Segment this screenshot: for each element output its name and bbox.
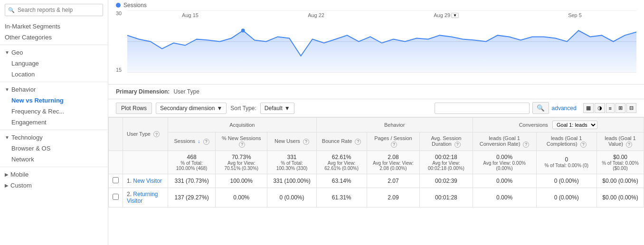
row2-user-type-link[interactable]: Returning Visitor <box>127 191 158 204</box>
row1-bounce-rate: 63.14% <box>316 174 367 188</box>
header-acquisition: Acquisition <box>168 118 317 132</box>
search-box[interactable]: 🔍 <box>5 4 103 16</box>
row1-user-type-link[interactable]: New Visitor <box>133 178 161 184</box>
totals-row: 468 % of Total: 100.00% (468) 70.73% Avg… <box>109 151 644 174</box>
leads-value-help-icon[interactable]: ? <box>626 141 632 148</box>
plot-rows-button[interactable]: Plot Rows <box>116 103 152 114</box>
header-bounce-rate[interactable]: Bounce Rate ? <box>316 132 367 151</box>
row2-pct-new-sessions: 0.00% <box>216 188 267 207</box>
view-icon-pivot[interactable]: ⊟ <box>626 103 636 113</box>
leads-completions-help-icon[interactable]: ? <box>580 141 587 148</box>
totals-sessions: 468 % of Total: 100.00% (468) <box>168 151 216 174</box>
row1-new-users: 331 (100.00%) <box>267 174 316 188</box>
header-new-users[interactable]: New Users ? <box>267 132 316 151</box>
sort-type-value: Default <box>265 105 283 112</box>
header-leads-conversion[interactable]: leads (Goal 1 Conversion Rate) ? <box>473 132 536 151</box>
sidebar-item-network[interactable]: Network <box>0 154 108 165</box>
sidebar-group-technology[interactable]: ▼ Technology <box>0 132 108 143</box>
mobile-arrow-icon: ▶ <box>5 172 9 177</box>
sort-type-arrow-icon: ▼ <box>284 105 290 112</box>
bounce-rate-help-icon[interactable]: ? <box>355 139 361 145</box>
row1-sessions: 331 (70.73%) <box>168 174 216 188</box>
secondary-dimension-dropdown[interactable]: Secondary dimension ▼ <box>156 103 227 114</box>
sidebar-group-custom[interactable]: ▶ Custom <box>0 180 108 191</box>
header-avg-session[interactable]: Avg. Session Duration ? <box>420 132 473 151</box>
sidebar-item-other-categories[interactable]: Other Categories <box>0 32 108 43</box>
header-behavior: Behavior <box>316 118 473 132</box>
sidebar-group-mobile[interactable]: ▶ Mobile <box>0 169 108 180</box>
advanced-link[interactable]: advanced <box>552 105 577 112</box>
leads-conversion-help-icon[interactable]: ? <box>523 141 529 148</box>
secondary-dimension-label: Secondary dimension <box>160 105 215 112</box>
totals-leads-conversion-sub: Avg for View: 0.00% (0.00%) <box>477 160 532 171</box>
sidebar-group-behavior[interactable]: ▼ Behavior <box>0 84 108 95</box>
user-type-help-icon[interactable]: ? <box>153 131 160 137</box>
sidebar-item-frequency-rec[interactable]: Frequency & Rec... <box>0 106 108 117</box>
search-input[interactable] <box>5 4 103 16</box>
totals-pages-session-value: 2.08 <box>371 154 416 160</box>
totals-leads-completions-sub: % of Total: 0.00% (0) <box>540 163 593 168</box>
sidebar-item-engagement[interactable]: Engagement <box>0 117 108 128</box>
row1-user-type: 1. New Visitor <box>123 174 168 188</box>
totals-pct-new-sessions: 70.73% Avg for View: 70.51% (0.30%) <box>216 151 267 174</box>
header-leads-completions[interactable]: leads (Goal 1 Completions) ? <box>536 132 597 151</box>
view-icon-list[interactable]: ≡ <box>606 103 615 113</box>
bounce-rate-label: Bounce Rate <box>322 138 352 144</box>
header-sessions[interactable]: Sessions ↓ ? <box>168 132 216 151</box>
data-table: User Type ? Acquisition Behavior Convers… <box>108 117 644 207</box>
view-icon-compare[interactable]: ⊞ <box>616 103 625 113</box>
row1-checkbox[interactable] <box>109 174 123 188</box>
table-search-input[interactable] <box>435 103 530 114</box>
sidebar-group-mobile-label: Mobile <box>10 171 28 178</box>
sidebar-item-location[interactable]: Location <box>0 69 108 80</box>
row1-leads-completions: 0 (0.00%) <box>536 174 597 188</box>
pct-new-sessions-help-icon[interactable]: ? <box>239 141 245 148</box>
totals-avg-session-sub: Avg for View: 00:02:18 (0.00%) <box>424 160 468 171</box>
header-pct-new-sessions[interactable]: % New Sessions ? <box>216 132 267 151</box>
totals-new-users-sub: % of Total: 100.30% (330) <box>271 160 312 171</box>
sidebar-item-in-market-segments[interactable]: In-Market Segments <box>0 21 108 32</box>
header-checkbox-cell <box>109 118 123 151</box>
sidebar-item-language[interactable]: Language <box>0 58 108 69</box>
row1-number: 1 <box>127 178 130 184</box>
totals-leads-value: $0.00 % of Total: 0.00% ($0.00) <box>597 151 644 174</box>
sessions-label: Sessions <box>174 138 195 144</box>
pages-session-help-icon[interactable]: ? <box>391 141 397 148</box>
divider-4 <box>0 167 108 167</box>
view-icon-pie[interactable]: ◑ <box>595 103 605 113</box>
sidebar-group-geo[interactable]: ▼ Geo <box>0 47 108 58</box>
header-conversions: Conversions Goal 1: leads <box>473 118 644 132</box>
sort-type-label: Sort Type: <box>230 105 256 112</box>
row2-checkbox-input[interactable] <box>113 194 119 200</box>
avg-session-help-icon[interactable]: ? <box>455 141 461 148</box>
secondary-dimension-arrow-icon: ▼ <box>217 105 222 112</box>
sort-type-dropdown[interactable]: Default ▼ <box>260 103 294 114</box>
sidebar-group-technology-label: Technology <box>11 134 43 141</box>
chart-svg <box>127 10 636 73</box>
sessions-sort-icon: ↓ <box>198 138 200 144</box>
sidebar-item-new-vs-returning[interactable]: New vs Returning <box>0 95 108 106</box>
totals-avg-session-value: 00:02:18 <box>424 154 468 160</box>
view-icon-grid[interactable]: ▦ <box>583 103 594 113</box>
totals-leads-completions: 0 % of Total: 0.00% (0) <box>536 151 597 174</box>
totals-leads-completions-value: 0 <box>540 156 593 163</box>
row2-checkbox[interactable] <box>109 188 123 207</box>
row2-new-users: 0 (0.00%) <box>267 188 316 207</box>
table-search-button[interactable]: 🔍 <box>532 102 549 114</box>
technology-arrow-icon: ▼ <box>5 135 9 140</box>
y-label-mid: 15 <box>116 67 127 73</box>
row1-leads-value: $0.00 (0.00%) <box>597 174 644 188</box>
totals-pages-session-sub: Avg for View: View: 2.08 (0.00%) <box>371 160 416 171</box>
new-users-label: New Users <box>275 138 300 144</box>
y-label-max: 30 <box>116 10 127 16</box>
goal-select[interactable]: Goal 1: leads <box>552 121 597 129</box>
new-users-help-icon[interactable]: ? <box>303 139 309 145</box>
primary-dimension-bar: Primary Dimension: User Type <box>108 85 644 99</box>
row2-user-type: 2. Returning Visitor <box>123 188 168 207</box>
row1-checkbox-input[interactable] <box>113 177 119 183</box>
header-user-type: User Type ? <box>123 118 168 151</box>
sessions-help-icon[interactable]: ? <box>203 139 209 145</box>
header-pages-session[interactable]: Pages / Session ? <box>367 132 420 151</box>
sidebar-item-browser-os[interactable]: Browser & OS <box>0 143 108 154</box>
header-leads-value[interactable]: leads (Goal 1 Value) ? <box>597 132 644 151</box>
